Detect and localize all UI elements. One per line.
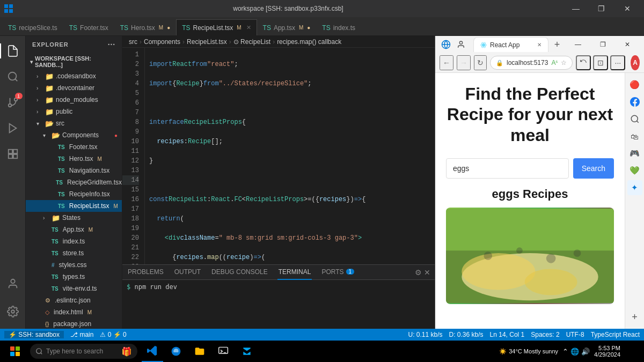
browser-active-tab[interactable]: React App ✕ <box>473 37 548 52</box>
start-button[interactable] <box>4 341 26 362</box>
close-button[interactable]: ✕ <box>615 0 640 17</box>
browser-minimize-button[interactable]: — <box>566 36 590 53</box>
browser-tab-close-icon[interactable]: ✕ <box>537 42 541 48</box>
sidebar-item-apptsx[interactable]: TS App.tsx M <box>26 224 122 235</box>
browser-forward-button[interactable]: → <box>457 55 471 70</box>
edge-sidebar-games-icon[interactable]: 🎮 <box>627 146 642 161</box>
status-branch[interactable]: ⎇ main <box>70 331 93 338</box>
breadcrumb-file[interactable]: RecipeList.tsx <box>187 38 227 46</box>
edge-sidebar-search-icon[interactable] <box>627 112 642 127</box>
tab-close-icon[interactable]: ✕ <box>246 24 251 31</box>
browser-maximize-button[interactable]: ❐ <box>590 36 615 53</box>
status-cursor[interactable]: Ln 14, Col 1 <box>490 331 525 338</box>
code-content[interactable]: import React from "react"; import { Reci… <box>145 48 435 264</box>
sidebar-item-src[interactable]: ▾ 📂 src <box>26 117 122 129</box>
source-control-icon[interactable]: 1 <box>0 90 26 115</box>
show-desktop-button[interactable] <box>625 341 640 362</box>
maximize-button[interactable]: ❐ <box>589 0 614 17</box>
panel-tab-terminal[interactable]: TERMINAL <box>277 265 312 280</box>
sidebar-item-codesandbox[interactable]: › 📁 .codesandbox <box>26 70 122 82</box>
sidebar-item-devcontainer[interactable]: › 📁 .devcontainer <box>26 82 122 94</box>
browser-close-button[interactable]: ✕ <box>615 36 640 53</box>
sidebar-item-viteenvts[interactable]: TS vite-env.d.ts <box>26 283 122 294</box>
tray-volume-icon[interactable]: 🔊 <box>581 348 590 356</box>
edge-sidebar-wallet-icon[interactable]: 💚 <box>627 163 642 178</box>
browser-star-icon[interactable]: ☆ <box>561 59 567 67</box>
status-spaces[interactable]: Spaces: 2 <box>531 331 559 338</box>
run-debug-icon[interactable] <box>0 115 26 141</box>
tab-footer[interactable]: TS Footer.tsx <box>63 19 114 35</box>
files-icon[interactable] <box>0 38 26 64</box>
browser-reload-button[interactable]: ↻ <box>474 55 487 70</box>
taskbar-store-icon[interactable] <box>236 341 258 362</box>
panel-tab-debugconsole[interactable]: DEBUG CONSOLE <box>210 265 269 280</box>
panel-close-icon[interactable]: ✕ <box>424 268 430 277</box>
browser-split-icon[interactable]: ⊡ <box>593 55 608 70</box>
status-remote[interactable]: ⚡ SSH: sandbox <box>4 331 64 338</box>
browser-url-box[interactable]: 🔒 localhost:5173 Aˢ ☆ <box>490 56 573 70</box>
sidebar-item-public[interactable]: › 📁 public <box>26 106 122 117</box>
account-icon[interactable] <box>0 271 26 297</box>
tab-recipeList[interactable]: TS RecipeList.tsx M ✕ <box>176 19 257 35</box>
browser-back-button[interactable]: ← <box>440 55 453 70</box>
taskbar-search-bar[interactable]: Type here to search 🎁 <box>30 344 137 359</box>
search-icon[interactable] <box>0 64 26 90</box>
taskbar-clock[interactable]: 5:53 PM 4/29/2024 <box>594 345 620 358</box>
taskbar-terminal-icon[interactable] <box>213 341 234 362</box>
recipe-search-button[interactable]: Search <box>573 158 614 179</box>
sidebar-item-recipelist[interactable]: TS RecipeList.tsx M <box>26 200 122 212</box>
edge-sidebar-workspaces-icon[interactable] <box>627 94 642 109</box>
panel-tab-output[interactable]: OUTPUT <box>173 265 202 280</box>
taskbar-weather-widget[interactable]: ☀️ 34°C Mostly sunny <box>499 348 558 355</box>
status-errors[interactable]: ⚠ 0 ⚡ 0 <box>100 331 126 338</box>
sidebar-item-typests[interactable]: TS types.ts <box>26 271 122 283</box>
status-encoding[interactable]: UTF-8 <box>566 331 584 338</box>
sidebar-item-stylescss[interactable]: # styles.css <box>26 259 122 271</box>
settings-icon[interactable] <box>0 299 26 324</box>
tab-recipeSlice[interactable]: TS recipeSlice.ts <box>2 19 63 35</box>
taskbar-explorer-icon[interactable] <box>189 341 210 362</box>
taskbar-edge-icon[interactable] <box>165 341 187 362</box>
breadcrumb-symbol[interactable]: ⊙ RecipeList <box>233 38 270 46</box>
tray-chevron-icon[interactable]: ⌃ <box>562 348 568 356</box>
tab-index[interactable]: TS index.ts <box>316 19 361 35</box>
browser-refresh-icon[interactable] <box>576 55 591 70</box>
sidebar-item-indexhtml[interactable]: ◇ index.html M <box>26 306 122 318</box>
sidebar-item-eslintrc[interactable]: ⚙ .eslintrc.json <box>26 294 122 306</box>
panel-content[interactable]: $ npm run dev <box>122 280 435 329</box>
sidebar-item-footer[interactable]: TS Footer.tsx <box>26 141 122 153</box>
taskbar-vscode-icon[interactable] <box>142 341 163 362</box>
sidebar-item-recipeinfo[interactable]: TS RecipeInfo.tsx <box>26 188 122 200</box>
minimize-button[interactable]: — <box>564 0 588 17</box>
code-editor[interactable]: 12345 678910 111213 14 1516171819 202122… <box>122 48 435 264</box>
panel-settings-icon[interactable]: ⚙ <box>415 268 422 277</box>
sidebar-item-hero[interactable]: TS Hero.tsx M <box>26 153 122 165</box>
sidebar-item-states[interactable]: › 📁 States <box>26 212 122 224</box>
sidebar-item-indexts[interactable]: TS index.ts <box>26 235 122 247</box>
breadcrumb-components[interactable]: Components <box>144 38 180 46</box>
new-tab-button[interactable]: + <box>548 37 566 52</box>
browser-user-avatar[interactable]: A <box>631 55 640 70</box>
sidebar-item-recipegriditem[interactable]: TS RecipeGridItem.tsx <box>26 176 122 188</box>
edge-sidebar-add-icon[interactable]: + <box>627 309 642 324</box>
recipe-search-input[interactable] <box>446 158 569 179</box>
status-language[interactable]: TypeScript React <box>591 331 640 338</box>
edge-sidebar-copilot-icon[interactable]: ✦ <box>627 180 642 195</box>
sidebar-item-packagejson[interactable]: {} package.json <box>26 318 122 329</box>
tab-hero[interactable]: TS Hero.tsx M <box>114 19 176 35</box>
breadcrumb-src[interactable]: src <box>129 38 137 46</box>
edge-sidebar-collections-icon[interactable]: 🔴 <box>627 77 642 92</box>
sidebar-options-icon[interactable]: ··· <box>108 40 115 49</box>
extensions-icon[interactable] <box>0 141 26 167</box>
sidebar-item-components[interactable]: ▾ 📂 Components ● <box>26 129 122 141</box>
sidebar-item-node-modules[interactable]: › 📁 node_modules <box>26 94 122 106</box>
edge-sidebar-shopping-icon[interactable]: 🛍 <box>627 129 642 144</box>
sidebar-item-navigation[interactable]: TS Navigation.tsx <box>26 165 122 176</box>
tab-appTsx[interactable]: TS App.tsx M <box>257 19 317 35</box>
sidebar-item-storets[interactable]: TS store.ts <box>26 247 122 259</box>
browser-menu-icon[interactable]: ··· <box>610 55 625 70</box>
workspace-title[interactable]: ▾ WORKSPACE [SSH: SANDB...] <box>26 53 122 70</box>
tray-network-icon[interactable]: 🌐 <box>570 348 579 356</box>
panel-tab-ports[interactable]: PORTS 1 <box>320 265 355 280</box>
panel-tab-problems[interactable]: PROBLEMS <box>127 265 165 280</box>
